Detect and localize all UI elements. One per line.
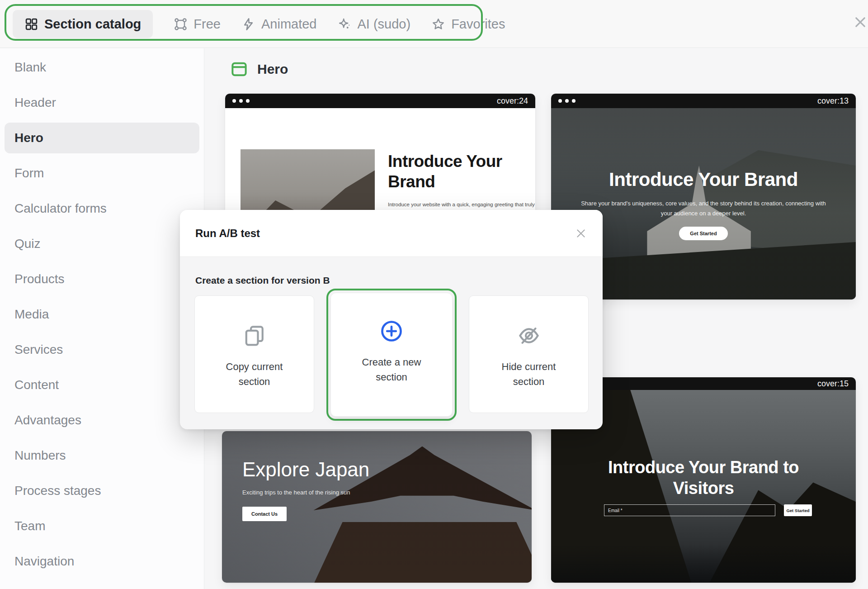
sidebar-item-team[interactable]: Team <box>5 511 199 542</box>
sidebar-item-calculator-forms[interactable]: Calculator forms <box>5 193 199 224</box>
grid-icon <box>24 17 38 31</box>
frame-icon <box>174 17 188 31</box>
tab-label: Favorites <box>451 17 505 32</box>
browser-dots-icon <box>232 99 250 103</box>
close-icon[interactable] <box>575 227 587 240</box>
sidebar-item-media[interactable]: Media <box>5 299 199 330</box>
tab-list: Section catalog Free Animated <box>13 0 505 48</box>
sidebar-item-navigation[interactable]: Navigation <box>5 546 199 577</box>
tab-label: Free <box>193 17 221 32</box>
tab-label: AI (sudo) <box>357 17 410 32</box>
modal-title: Run A/B test <box>195 227 260 240</box>
option-label: Hide current section <box>493 359 565 389</box>
tab-animated[interactable]: Animated <box>241 17 317 32</box>
tab-free[interactable]: Free <box>174 17 221 32</box>
sidebar-item-advantages[interactable]: Advantages <box>5 405 199 436</box>
browser-chrome: cover:24 <box>225 94 535 108</box>
sidebar-item-hero[interactable]: Hero <box>5 123 199 153</box>
tab-label: Animated <box>261 17 317 32</box>
preview-get-started-button: Get Started <box>784 504 812 516</box>
modal-subtitle: Create a section for version B <box>195 275 330 286</box>
sparkle-icon <box>337 17 351 31</box>
sidebar-item-services[interactable]: Services <box>5 334 199 365</box>
preview-contact-us-button: Contact Us <box>242 507 287 521</box>
modal-header: Run A/B test <box>180 210 603 257</box>
preview-heading: Introduce Your Brand <box>388 151 535 192</box>
sidebar-item-content[interactable]: Content <box>5 370 199 400</box>
cover-badge: cover:13 <box>817 96 849 106</box>
section-window-icon <box>230 60 248 78</box>
preview-heading: Explore Japan <box>242 458 369 481</box>
run-ab-test-modal: Run A/B test Create a section for versio… <box>180 210 603 429</box>
preview-heading: Introduce Your Brand to Visitors <box>581 457 826 499</box>
lightning-icon <box>241 17 255 31</box>
sidebar-item-numbers[interactable]: Numbers <box>5 440 199 471</box>
sidebar-item-products[interactable]: Products <box>5 264 199 294</box>
option-label: Copy current section <box>218 359 291 389</box>
option-copy-current-section[interactable]: Copy current section <box>194 295 314 413</box>
preview-heading: Introduce Your Brand <box>551 169 856 190</box>
browser-chrome: cover:13 <box>551 94 856 108</box>
plus-circle-icon <box>379 318 404 344</box>
sidebar-item-form[interactable]: Form <box>5 158 199 189</box>
preview-get-started-button: Get Started <box>679 227 727 240</box>
email-field-preview <box>604 504 775 516</box>
tab-favorites[interactable]: Favorites <box>431 17 505 32</box>
browser-dots-icon <box>558 99 576 103</box>
preview-paragraph: Exciting trips to the heart of the risin… <box>242 489 369 496</box>
category-sidebar: Blank Header Hero Form Calculator forms … <box>0 48 204 589</box>
star-icon <box>431 17 445 31</box>
sidebar-item-header[interactable]: Header <box>5 87 199 118</box>
option-label: Create a new section <box>355 355 428 385</box>
cover-badge: cover:15 <box>817 379 849 389</box>
annotation-highlight-create-new: Create a new section <box>326 289 457 421</box>
tab-ai-sudo[interactable]: AI (sudo) <box>337 17 410 32</box>
preview-text-overlay: Explore Japan Exciting trips to the hear… <box>242 458 369 521</box>
section-preview-card-japan[interactable]: Explore Japan Exciting trips to the hear… <box>222 431 532 583</box>
sidebar-item-quiz[interactable]: Quiz <box>5 228 199 259</box>
tab-section-catalog[interactable]: Section catalog <box>13 10 153 38</box>
cover-badge: cover:24 <box>497 96 528 106</box>
top-tab-bar: Section catalog Free Animated <box>0 0 868 48</box>
sidebar-item-process-stages[interactable]: Process stages <box>5 475 199 506</box>
preview-paragraph: Share your brand's uniqueness, core valu… <box>577 199 830 218</box>
tab-label: Section catalog <box>44 17 141 32</box>
close-icon[interactable] <box>853 14 868 30</box>
japan-temple-photo: Explore Japan Exciting trips to the hear… <box>222 431 532 583</box>
sidebar-item-blank[interactable]: Blank <box>5 52 199 83</box>
group-header: Hero <box>230 60 288 78</box>
section-catalog-screen: Section catalog Free Animated <box>0 0 868 589</box>
option-hide-current-section[interactable]: Hide current section <box>469 295 589 413</box>
eye-off-icon <box>516 323 542 348</box>
copy-icon <box>242 323 267 348</box>
option-create-new-section[interactable]: Create a new section <box>330 293 453 417</box>
group-title: Hero <box>257 62 288 77</box>
